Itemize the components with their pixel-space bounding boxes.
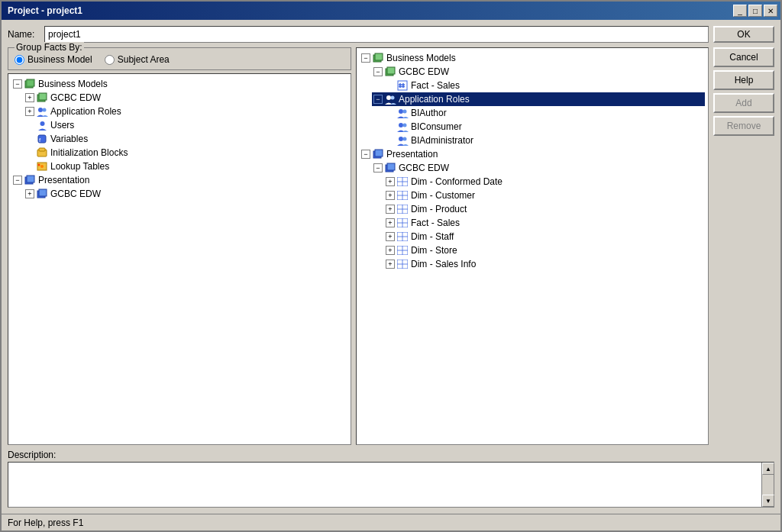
space-init [25,148,34,157]
add-button[interactable]: Add [713,93,774,113]
right-expander-dim-info[interactable]: + [386,260,395,269]
right-expander-gcbc[interactable]: − [373,67,383,76]
radio-subject-area[interactable]: Subject Area [105,54,170,65]
svg-point-30 [399,109,403,114]
right-cube-blue-icon2 [384,162,396,174]
right-expander-dim-staff[interactable]: + [386,232,395,241]
tree-item-users[interactable]: Users [24,118,347,132]
right-item-biadmin-label: BIAdministrator [411,135,473,146]
right-item-fact-sales[interactable]: Fact - Sales [384,79,705,92]
right-item-dim-store[interactable]: + Dim - Store [384,243,705,257]
right-subtree-gcbc-pres: + Dim - Conformed Date + Dim - Custome [372,175,705,271]
right-expander-fact-sales2[interactable]: + [386,218,395,227]
svg-rect-22 [387,67,395,74]
right-expander-dim-date[interactable]: + [386,177,395,186]
right-subtree-gcbc: Fact - Sales [372,79,705,92]
right-space-biauthor [386,108,395,118]
left-tree[interactable]: − Business Models + [8,73,351,445]
tree-item-gcbc[interactable]: + GCBC EDW [24,91,347,105]
right-item-app-roles[interactable]: − Application Roles [372,92,705,106]
scroll-down-button[interactable]: ▼ [762,495,774,507]
right-space-fs [386,81,395,90]
right-table-icon3 [396,203,409,215]
right-item-gcbc-pres[interactable]: − GCBC EDW [372,161,705,175]
scroll-up-button[interactable]: ▲ [762,463,774,475]
cube-blue-icon [24,174,36,186]
right-item-dim-info[interactable]: + Dim - Sales Info [384,257,705,271]
description-section: Description: ▲ ▼ [8,450,774,508]
cancel-button[interactable]: Cancel [713,47,774,67]
space-lookup [25,162,34,171]
right-expander-dim-prod[interactable]: + [386,205,395,214]
right-tree-panel[interactable]: − Business Models − GCBC EDW [356,47,709,445]
window-title: Project - project1 [8,5,82,16]
right-item-dim-staff[interactable]: + Dim - Staff [384,230,705,243]
cube-blue-icon2 [36,188,48,200]
status-text: For Help, press F1 [8,517,83,528]
ok-button[interactable]: OK [713,26,774,43]
maximize-button[interactable]: □ [748,5,762,17]
name-input[interactable] [44,26,709,43]
tree-item-users-label: Users [50,120,74,131]
right-item-biconsumer-label: BIConsumer [411,121,462,132]
right-item-fact-sales2[interactable]: + Fact - Sales [384,216,705,230]
svg-point-29 [390,95,394,99]
tree-item-lookup[interactable]: Lookup Tables [24,160,347,173]
expander-gcbc[interactable]: + [25,93,34,102]
close-button[interactable]: ✕ [764,5,777,17]
right-item-fact-sales-label: Fact - Sales [411,80,460,91]
expander-app-roles[interactable]: + [25,107,34,116]
window-content: Name: OK Group Facts By: Business Model [2,20,780,514]
right-expander-gcbc-pres[interactable]: − [373,163,383,172]
right-table-icon7 [396,258,409,270]
description-textarea[interactable] [8,463,761,507]
right-subtree-pres: − GCBC EDW + Dim - Confo [360,161,705,271]
tree-item-variables[interactable]: f Variables [24,132,347,146]
right-expander-pres[interactable]: − [361,150,370,159]
tree-item-init-blocks[interactable]: Initialization Blocks [24,146,347,160]
right-expander-bm[interactable]: − [361,53,370,63]
svg-point-32 [399,123,403,127]
right-item-dim-prod-label: Dim - Product [411,204,467,214]
right-expander-app-roles[interactable]: − [373,95,383,104]
right-expander-dim-cust[interactable]: + [386,191,395,200]
right-users-icon4 [396,134,409,147]
tree-subtree-bm: + GCBC EDW + [11,91,347,173]
right-item-dim-store-label: Dim - Store [411,245,457,256]
right-item-dim-cust-label: Dim - Customer [411,190,475,201]
right-expander-dim-store[interactable]: + [386,246,395,255]
expander-pres[interactable]: − [13,176,22,185]
expander-gcbc-pres[interactable]: + [25,189,34,198]
svg-point-7 [40,121,44,126]
user-icon [36,119,48,131]
radio-business-model[interactable]: Business Model [15,54,92,65]
right-item-biauthor[interactable]: BIAuthor [384,106,705,120]
right-item-dim-cust[interactable]: + Dim - Customer [384,189,705,202]
tree-item-pres[interactable]: − Presentation [11,173,347,187]
right-item-pres-label: Presentation [386,149,438,160]
right-item-bm[interactable]: − Business Models [360,51,705,65]
right-item-gcbc[interactable]: − GCBC EDW [372,65,705,79]
left-panel: Group Facts By: Business Model Subject A… [8,47,351,445]
radio-group: Business Model Subject Area [15,51,344,65]
right-item-biadmin[interactable]: BIAdministrator [384,134,705,147]
expander-bm[interactable]: − [13,79,22,89]
remove-button[interactable]: Remove [713,116,774,136]
help-button[interactable]: Help [713,70,774,90]
svg-rect-23 [398,81,407,90]
right-item-pres[interactable]: − Presentation [360,147,705,161]
minimize-button[interactable]: _ [733,5,747,17]
tree-item-bm[interactable]: − Business Models [11,77,347,91]
svg-rect-18 [39,189,47,196]
tree-item-bm-label: Business Models [38,79,108,89]
status-bar: For Help, press F1 [2,514,780,530]
group-facts-legend: Group Facts By: [15,42,84,53]
right-cube-green-icon [372,52,384,64]
tree-item-gcbc-pres[interactable]: + GCBC EDW [24,187,347,201]
right-item-dim-date[interactable]: + Dim - Conformed Date [384,175,705,189]
right-item-app-roles-label: Application Roles [399,94,470,105]
svg-point-34 [399,137,403,141]
tree-item-app-roles[interactable]: + Application Roles [24,105,347,118]
right-item-biconsumer[interactable]: BIConsumer [384,120,705,134]
right-item-dim-prod[interactable]: + Dim - Product [384,202,705,216]
